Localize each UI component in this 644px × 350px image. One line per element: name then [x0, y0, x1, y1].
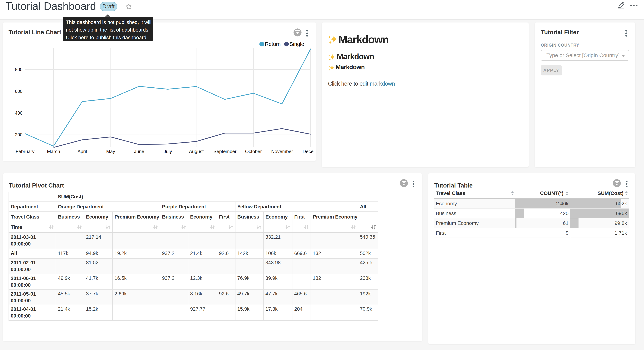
svg-text:August: August: [189, 149, 204, 154]
svg-text:July: July: [164, 149, 172, 154]
svg-text:Return: Return: [265, 41, 281, 47]
svg-text:September: September: [213, 149, 236, 154]
svg-text:November: November: [271, 149, 293, 154]
svg-text:200: 200: [15, 132, 22, 137]
svg-text:February: February: [16, 149, 34, 154]
svg-text:Dece: Dece: [302, 149, 314, 154]
svg-text:Single: Single: [290, 41, 304, 47]
svg-text:400: 400: [15, 110, 22, 116]
svg-text:600: 600: [15, 89, 22, 94]
svg-text:800: 800: [15, 67, 22, 72]
svg-text:April: April: [78, 149, 87, 154]
svg-text:October: October: [245, 149, 262, 154]
svg-text:June: June: [134, 149, 144, 154]
svg-text:March: March: [47, 149, 60, 154]
svg-text:May: May: [106, 149, 115, 154]
